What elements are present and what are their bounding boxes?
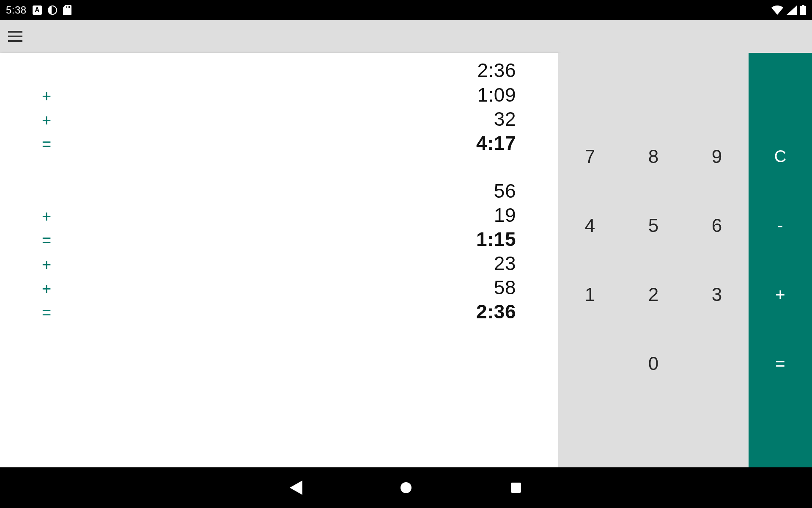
tape-operator: + <box>38 207 55 226</box>
overview-icon <box>510 482 522 494</box>
svg-rect-2 <box>8 40 22 42</box>
tape-row: =2:36 <box>0 300 558 324</box>
tape-row: +58 <box>0 276 558 300</box>
status-time: 5:38 <box>6 4 27 16</box>
tape-operator: + <box>38 256 55 274</box>
cellular-signal-icon <box>787 6 797 15</box>
nav-home-button[interactable] <box>398 479 414 496</box>
nav-back-button[interactable] <box>288 479 304 496</box>
svg-point-3 <box>401 482 411 493</box>
svg-rect-4 <box>511 483 521 493</box>
back-icon <box>290 480 302 495</box>
data-saver-icon <box>48 6 57 15</box>
keyboard-indicator-icon: A <box>33 6 42 15</box>
tape-operator: = <box>38 304 55 322</box>
tape-value: 58 <box>494 276 516 299</box>
wifi-icon <box>771 6 783 15</box>
battery-icon <box>800 5 806 15</box>
tape-result: 1:15 <box>476 228 516 251</box>
svg-rect-0 <box>8 31 22 33</box>
tape-value: 56 <box>494 179 516 202</box>
key-0[interactable]: 0 <box>622 329 685 398</box>
tape-operator: + <box>38 111 55 130</box>
tape-row: =4:17 <box>0 132 558 156</box>
key-plus[interactable]: + <box>749 260 812 329</box>
key-9[interactable]: 9 <box>685 122 749 191</box>
tape-result: 2:36 <box>476 300 516 323</box>
tape-row: +32 <box>0 108 558 132</box>
tape-row: 2:36 <box>0 55 558 83</box>
tape-row: +19 <box>0 204 558 228</box>
tape-value: 1:09 <box>477 83 516 106</box>
tape-operator: + <box>38 87 55 105</box>
navigation-bar <box>0 467 812 508</box>
svg-rect-1 <box>8 36 22 37</box>
tape-value: 2:36 <box>477 59 516 82</box>
tape-operator: + <box>38 280 55 298</box>
key-clear[interactable]: C <box>749 122 812 191</box>
nav-overview-button[interactable] <box>508 479 524 496</box>
tape-row: =1:15 <box>0 228 558 252</box>
tape-result: 4:17 <box>476 132 516 155</box>
home-icon <box>400 481 412 494</box>
key-3[interactable]: 3 <box>685 260 749 329</box>
operator-pad: C - + = <box>749 53 812 467</box>
key-7[interactable]: 7 <box>558 122 622 191</box>
calculation-tape: 2:36+1:09+32=4:1756+19=1:15+23+58=2:36 <box>0 53 558 467</box>
hamburger-icon <box>8 31 22 42</box>
key-minus[interactable]: - <box>749 191 812 260</box>
key-6[interactable]: 6 <box>685 191 749 260</box>
toolbar <box>0 20 812 53</box>
tape-value: 23 <box>494 252 516 275</box>
tape-value: 32 <box>494 108 516 130</box>
calculator-app: 2:36+1:09+32=4:1756+19=1:15+23+58=2:36 7… <box>0 20 812 467</box>
key-5[interactable]: 5 <box>622 191 685 260</box>
tape-operator: = <box>38 135 55 154</box>
tape-gap <box>0 156 558 179</box>
menu-button[interactable] <box>5 26 25 47</box>
tape-value: 19 <box>494 204 516 226</box>
sd-card-icon <box>63 5 71 15</box>
key-2[interactable]: 2 <box>622 260 685 329</box>
tape-row: +1:09 <box>0 83 558 108</box>
key-1[interactable]: 1 <box>558 260 622 329</box>
key-equals[interactable]: = <box>749 329 812 398</box>
tape-row: +23 <box>0 252 558 276</box>
key-8[interactable]: 8 <box>622 122 685 191</box>
number-pad: 7 8 9 4 5 6 1 2 3 0 <box>558 53 749 467</box>
tape-row: 56 <box>0 179 558 204</box>
key-4[interactable]: 4 <box>558 191 622 260</box>
tape-operator: = <box>38 232 55 250</box>
status-bar: 5:38 A <box>0 0 812 20</box>
